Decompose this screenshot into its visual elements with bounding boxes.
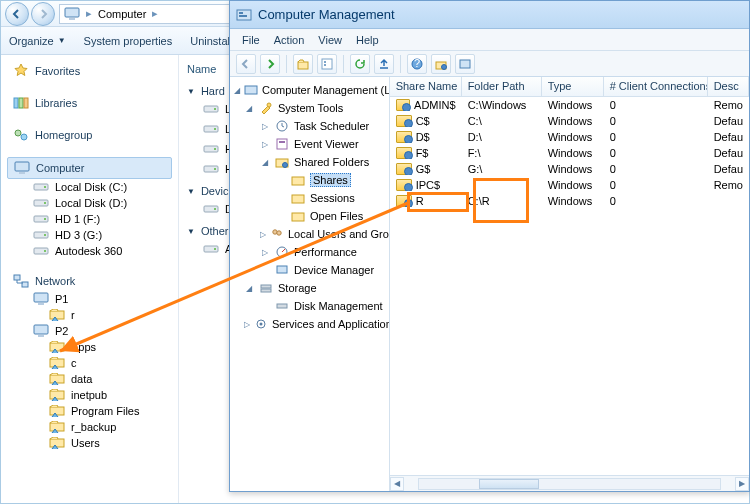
- menu-action[interactable]: Action: [268, 32, 311, 48]
- uninstall-button[interactable]: Uninstall: [190, 35, 232, 47]
- scroll-thumb[interactable]: [479, 479, 539, 489]
- refresh-icon[interactable]: [350, 54, 370, 74]
- menu-file[interactable]: File: [236, 32, 266, 48]
- share-folder-icon: [396, 115, 412, 127]
- svg-rect-70: [277, 266, 287, 273]
- breadcrumb-segment[interactable]: Computer: [98, 8, 146, 20]
- libraries-icon: [13, 95, 29, 111]
- svg-point-68: [277, 231, 281, 235]
- tree-root[interactable]: ◢Computer Management (Local): [230, 81, 389, 99]
- svg-rect-44: [214, 248, 216, 250]
- svg-rect-10: [44, 186, 46, 188]
- tree-shared-folders[interactable]: ◢Shared Folders: [230, 153, 389, 171]
- sidebar-homegroup[interactable]: Homegroup: [7, 125, 178, 145]
- mmc-menubar: File Action View Help: [230, 29, 749, 51]
- network-share[interactable]: inetpub: [7, 387, 178, 403]
- svg-rect-49: [322, 59, 332, 69]
- network-icon: [13, 273, 29, 289]
- computer-icon: [14, 160, 30, 176]
- storage-icon: [258, 280, 274, 296]
- svg-rect-29: [50, 391, 64, 399]
- clock-icon: [274, 118, 290, 134]
- computer-icon: [64, 6, 80, 22]
- share-folder-icon: [396, 195, 412, 207]
- list-rows[interactable]: ADMIN$C:\WindowsWindows0RemoC$C:\Windows…: [390, 97, 749, 475]
- sidebar-favorites[interactable]: Favorites: [7, 61, 178, 81]
- col-share-name: Share Name: [390, 77, 462, 96]
- tree-services-apps[interactable]: ▷Services and Applications: [230, 315, 389, 333]
- back-icon[interactable]: [236, 54, 256, 74]
- tree-performance[interactable]: ▷Performance: [230, 243, 389, 261]
- network-share[interactable]: Program Files: [7, 403, 178, 419]
- sidebar-drive[interactable]: Local Disk (D:): [7, 195, 178, 211]
- explorer-sidebar: Favorites Libraries Homegroup Computer: [1, 55, 179, 503]
- svg-rect-34: [214, 108, 216, 110]
- svg-rect-48: [298, 62, 308, 69]
- forward-button[interactable]: [31, 2, 55, 26]
- sidebar-drive[interactable]: Local Disk (C:): [7, 179, 178, 195]
- svg-rect-30: [50, 407, 64, 415]
- sidebar-drive[interactable]: HD 3 (G:): [7, 227, 178, 243]
- share-row[interactable]: D$D:\Windows0Defau: [390, 129, 749, 145]
- share-row[interactable]: RC:\RWindows0: [390, 193, 749, 209]
- share-row[interactable]: C$C:\Windows0Defau: [390, 113, 749, 129]
- tree-shares[interactable]: Shares: [230, 171, 389, 189]
- sidebar-drive[interactable]: Autodesk 360: [7, 243, 178, 259]
- export-icon[interactable]: [374, 54, 394, 74]
- svg-rect-72: [261, 289, 271, 292]
- sidebar-network[interactable]: Network: [7, 271, 178, 291]
- share-row[interactable]: F$F:\Windows0Defau: [390, 145, 749, 161]
- tree-device-manager[interactable]: Device Manager: [230, 261, 389, 279]
- network-share[interactable]: Apps: [7, 339, 178, 355]
- tree-event-viewer[interactable]: ▷Event Viewer: [230, 135, 389, 153]
- network-share[interactable]: Users: [7, 435, 178, 451]
- tree-system-tools[interactable]: ◢System Tools: [230, 99, 389, 117]
- organize-menu[interactable]: Organize▼: [9, 35, 66, 47]
- mmc-toolbar: ?: [230, 51, 749, 77]
- network-share[interactable]: c: [7, 355, 178, 371]
- up-icon[interactable]: [293, 54, 313, 74]
- sidebar-drive[interactable]: HD 1 (F:): [7, 211, 178, 227]
- forward-icon[interactable]: [260, 54, 280, 74]
- menu-view[interactable]: View: [312, 32, 348, 48]
- svg-rect-47: [239, 15, 247, 17]
- new-share-icon[interactable]: [431, 54, 451, 74]
- tree-task-scheduler[interactable]: ▷Task Scheduler: [230, 117, 389, 135]
- tree-disk-mgmt[interactable]: Disk Management: [230, 297, 389, 315]
- mmc-tree[interactable]: ◢Computer Management (Local) ◢System Too…: [230, 77, 390, 491]
- all-tasks-icon[interactable]: [455, 54, 475, 74]
- back-button[interactable]: [5, 2, 29, 26]
- share-icon: [49, 435, 65, 451]
- network-share[interactable]: r_backup: [7, 419, 178, 435]
- network-computer[interactable]: P2: [7, 323, 178, 339]
- share-folder-icon: [396, 179, 412, 191]
- network-share[interactable]: data: [7, 371, 178, 387]
- svg-rect-19: [14, 275, 20, 280]
- tree-sessions[interactable]: Sessions: [230, 189, 389, 207]
- properties-icon[interactable]: [317, 54, 337, 74]
- network-share[interactable]: r: [7, 307, 178, 323]
- tree-local-users[interactable]: ▷Local Users and Groups: [230, 225, 389, 243]
- mmc-window: Computer Management File Action View Hel…: [229, 0, 750, 492]
- sidebar-libraries[interactable]: Libraries: [7, 93, 178, 113]
- menu-help[interactable]: Help: [350, 32, 385, 48]
- perf-icon: [274, 244, 290, 260]
- network-computer[interactable]: P1: [7, 291, 178, 307]
- share-row[interactable]: IPC$Windows0Remo: [390, 177, 749, 193]
- svg-rect-38: [214, 148, 216, 150]
- sidebar-computer[interactable]: Computer: [7, 157, 172, 179]
- help-icon[interactable]: ?: [407, 54, 427, 74]
- tree-open-files[interactable]: Open Files: [230, 207, 389, 225]
- tree-storage[interactable]: ◢Storage: [230, 279, 389, 297]
- system-properties-button[interactable]: System properties: [84, 35, 173, 47]
- drive-icon: [203, 241, 219, 257]
- scroll-right-icon[interactable]: ▶: [735, 477, 749, 491]
- list-header[interactable]: Share Name Folder Path Type # Client Con…: [390, 77, 749, 97]
- horizontal-scrollbar[interactable]: ◀ ▶: [390, 475, 749, 491]
- services-icon: [254, 316, 268, 332]
- svg-rect-42: [214, 208, 216, 210]
- share-row[interactable]: ADMIN$C:\WindowsWindows0Remo: [390, 97, 749, 113]
- scroll-left-icon[interactable]: ◀: [390, 477, 404, 491]
- mmc-titlebar[interactable]: Computer Management: [230, 1, 749, 29]
- share-row[interactable]: G$G:\Windows0Defau: [390, 161, 749, 177]
